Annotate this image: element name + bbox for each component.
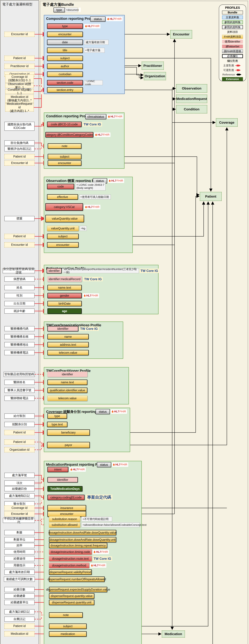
label-organization-id-2: Organization id — [5, 447, 35, 452]
legend-item-9: 必填欄位 — [222, 54, 243, 58]
diagram-canvas: 電子處方箋邏輯模型 電子處方箋Bundle type =document PRO… — [0, 0, 249, 644]
label-org-phone: 醫療機構電話 — [5, 350, 35, 355]
field-patient-identifier: identifier — [47, 268, 62, 274]
legend-item-2: 參照的資料集 — [222, 20, 243, 24]
field-composition-author: author — [47, 64, 83, 69]
hl7-fhir-logo: HL7FHIR — [108, 178, 124, 183]
hl7-fhir-logo: HL7FHIR — [111, 409, 127, 414]
field-medicationrequest-intent: intent — [48, 467, 68, 472]
note-observation-code: = LOINC code 29463-7 (Body weight) — [75, 182, 106, 190]
ref-practitioner: Practitioner — [142, 62, 164, 70]
field-medicationrequest-medication: medication — [49, 631, 87, 637]
field-condition-category: category 綁ConditionCategoryCodes — [45, 132, 93, 138]
field-medicationrequest-encounter: encounter — [48, 511, 86, 517]
hl7-fhir-logo: HL7FHIR — [84, 24, 100, 28]
field-patient-gender: gender — [48, 293, 82, 298]
field-medicationrequest-dosageInstruction.timing.repeat.frequency: dosageInstruction.timing.repeat.frequenc… — [49, 543, 107, 548]
label-validity-date: 處方箋有效日期 — [5, 570, 35, 575]
tw-core-ig-tag: TW Core IG — [83, 122, 102, 126]
label-medication-id-ref: Medication id(藥物處方內容)1..* — [5, 94, 34, 103]
field-practitioner-telecom.value: telecom.value — [48, 396, 87, 401]
label-practitioner-id: Practitioner id — [5, 64, 35, 69]
label-controlled-license: 管制藥品使用執照號碼 — [4, 372, 35, 377]
ref-observation: Observation — [176, 84, 207, 93]
ref-medicationrequest: MedicationRequest — [176, 94, 207, 103]
label-usage-time: 使用時間 — [5, 549, 35, 554]
field-composition-subject: subject — [47, 56, 83, 61]
field-medicationrequest-dispenseRequest.validityPeriod: dispenseRequest.validityPeriod — [49, 570, 92, 575]
label-total-qty-unit: 給藥總量單位 — [5, 600, 35, 605]
legend-item-4: 資料項目 — [227, 30, 238, 34]
field-patient-age: age — [48, 308, 82, 314]
field-organization-telecom.value: telecom.value — [48, 350, 89, 355]
label-supply-days: 給藥日數 — [5, 587, 35, 592]
label-org-name: 醫療機構名稱 — [5, 334, 35, 339]
tw-core-ig-tag: TW Core IG — [79, 326, 99, 331]
label-no-substitution: 不得以其他廠牌藥品替代 — [3, 518, 35, 523]
field-medicationrequest-subject: subject — [49, 624, 87, 629]
field-patient-identifier:medicalRecord: identifier:medicalRecord — [48, 276, 82, 282]
status-chip-composition: status — [90, 16, 105, 22]
hl7-fhir-logo: HL7FHIR — [107, 114, 123, 119]
field-medicationrequest-insurance: insurance — [48, 505, 86, 511]
field-condition-subject: subject — [48, 154, 81, 159]
label-doctor-name: 醫師姓名 — [5, 380, 35, 385]
field-composition-section.entry: section.entry — [47, 87, 83, 92]
field-organization-identifier: identifier — [48, 326, 78, 332]
label-icd-code: 國際疾病分類代碼ICDCode — [5, 122, 35, 131]
field-observation-code: code — [47, 184, 74, 189]
field-medicationrequest-category.coding[0].code: category.coding[0].code — [48, 495, 85, 500]
profiles-legend: PROFILES Bundle主要資料集參照的資料集參照的資料集資料項目FHIR… — [219, 4, 246, 81]
hl7-fhir-logo: HL7FHIR — [90, 563, 106, 568]
hl7-fhir-logo: HL7FHIR — [83, 294, 99, 298]
field-medicationrequest-dosageInstruction.doseAndRate.doseQuantity.unit: dosageInstruction.doseAndRate.doseQuanti… — [49, 537, 116, 542]
label-dose-unit: 劑量單位 — [5, 537, 35, 542]
legend-item-7: 綁ValueSet — [222, 44, 243, 48]
label-identity-type: 就醫身分別 — [5, 422, 35, 427]
ref-medication: Medication — [162, 630, 185, 638]
bundle-title: 電子處方箋Bundle — [43, 2, 74, 7]
tw-core-ig-tag: TW Core IG — [83, 277, 103, 281]
hl7-fhir-logo — [79, 8, 81, 12]
field-coverage-payor: payor — [47, 442, 90, 448]
field-medicationrequest-substitution.reason: substitution.reason — [49, 516, 80, 522]
note-composition-title: =電子處方箋 — [84, 48, 105, 53]
field-practitioner-qualification.identifier.value: qualification.identifier.value — [48, 388, 87, 393]
label-observation-id-ref: Observation id(體重)1..1 — [5, 84, 34, 88]
label-org-address: 醫療機構地址 — [5, 342, 35, 347]
field-coverage-type: type — [48, 413, 67, 419]
label-patient-id-1: Patient id — [5, 56, 35, 61]
field-composition-type: type — [47, 24, 83, 29]
field-condition-note: note — [48, 143, 81, 149]
field-medicationrequest-dosageInstruction.doseAndRate.doseQuantity.value: dosageInstruction.doseAndRate.doseQuanti… — [49, 530, 116, 535]
field-coverage-type.text: type.text — [47, 422, 67, 427]
note-composition-date: :處方箋有效日期 — [84, 40, 109, 45]
bundle-type-chip: type — [54, 8, 65, 12]
legend-mapping-2: Reference — [222, 73, 243, 76]
field-composition-date: date — [47, 40, 83, 45]
field-practitioner-name.text: name.text — [48, 380, 87, 385]
custom-code-tag: 專案自定代碼 — [86, 494, 112, 500]
field-composition-encounter: encounter — [47, 32, 83, 37]
ref-organization: Organization — [144, 72, 166, 80]
label-dose: 劑量 — [5, 530, 35, 535]
legend-item-5: FHIR資料項目 — [222, 35, 243, 39]
label-birthdate-label: 出生日期 — [5, 301, 35, 306]
field-medicationrequest-note: note — [49, 612, 83, 618]
field-medicationrequest-identifier: identifier — [48, 477, 78, 482]
label-medical-note: 醫療評估內容註記 — [5, 146, 35, 152]
label-condition-id-ref: Condition id(診斷) 1..1 — [5, 89, 34, 94]
field-practitioner-identifier: identifier — [48, 372, 87, 377]
ref-condition: Condition — [176, 105, 207, 114]
legend-item-0: Bundle — [222, 10, 243, 14]
label-repeats-label: 連續處方可調劑次數 — [4, 577, 35, 582]
panel-title: 電子處方箋邏輯模型 — [2, 2, 33, 6]
label-patient-id-4: Patient id — [5, 430, 35, 435]
ref-coverage: Coverage — [216, 118, 238, 127]
field-organization-name: name — [48, 334, 89, 340]
field-composition-section.code: section.code — [47, 80, 83, 86]
legend-title: PROFILES — [225, 6, 240, 10]
label-patient-id-3: Patient id — [5, 234, 35, 239]
label-gender-label: 性別 — [5, 293, 35, 298]
field-observation-encounter: encounter — [47, 242, 79, 248]
